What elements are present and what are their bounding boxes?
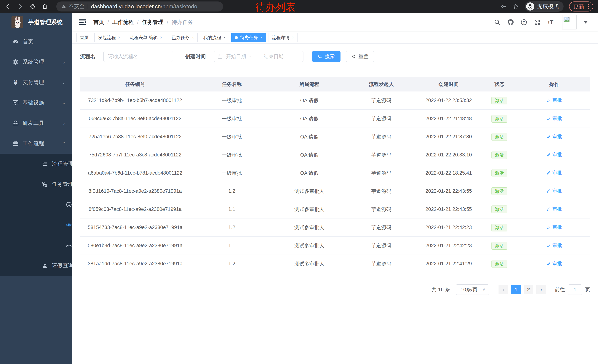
tab-label: 发起流程 <box>98 35 116 40</box>
tab-我的流程[interactable]: 我的流程× <box>200 33 229 42</box>
cell-task-name: 1.1 <box>190 243 274 249</box>
approve-link[interactable]: 审批 <box>547 115 562 122</box>
cell-create-time: 2022-01-22 20:33:10 <box>417 152 480 158</box>
approve-link[interactable]: 审批 <box>547 97 562 104</box>
site-security[interactable]: 不安全 <box>61 3 85 10</box>
page-size-select[interactable]: 10条/页 ∨ <box>456 284 489 295</box>
toolbox-icon <box>12 120 19 126</box>
sidebar-item-请假查询[interactable]: 请假查询 <box>0 256 72 276</box>
page-suffix: 页 <box>585 286 590 293</box>
monitor-icon <box>12 99 19 106</box>
password-key-icon[interactable] <box>500 3 507 10</box>
browser-reload-icon[interactable] <box>29 3 36 10</box>
create-time-label: 创建时间 <box>185 53 206 60</box>
chevron-down-icon: ∨ <box>482 287 485 292</box>
sidebar-collapse-icon[interactable] <box>79 19 86 25</box>
tab-待办任务[interactable]: 待办任务× <box>231 33 266 42</box>
help-icon[interactable]: ? <box>520 18 528 26</box>
goto-page-input[interactable] <box>568 284 582 295</box>
org-tree-icon <box>41 181 49 187</box>
tab-label: 已办任务 <box>172 35 190 40</box>
breadcrumb-item-首页[interactable]: 首页 <box>93 18 104 26</box>
sidebar-item-工作流程[interactable]: 工作流程⌃ <box>0 133 72 154</box>
font-size-icon[interactable]: TT <box>547 18 554 26</box>
sidebar-item-已办任务[interactable]: 已办任务 <box>0 235 72 256</box>
update-button[interactable]: 更新 <box>569 1 593 11</box>
broken-image-icon <box>563 16 571 24</box>
approve-link[interactable]: 审批 <box>547 188 562 194</box>
table-row: 580e1b3d-7ac8-11ec-a9e2-a2380e71991a1.1测… <box>80 237 590 255</box>
browser-menu-icon[interactable] <box>588 4 589 9</box>
avatar-caret-icon[interactable] <box>583 21 588 24</box>
approve-link[interactable]: 审批 <box>547 242 562 249</box>
next-page-button[interactable]: › <box>536 285 546 294</box>
breadcrumb-item-任务管理[interactable]: 任务管理 <box>142 18 163 26</box>
tab-label: 流程表单-编辑 <box>130 35 158 40</box>
browser-back-icon[interactable] <box>5 3 11 10</box>
approve-link[interactable]: 审批 <box>547 133 562 140</box>
table-row: a6aba0a4-7b6d-11ec-b781-acde48001122一级审批… <box>80 164 590 182</box>
cell-task-id: 069c6a63-7b8a-11ec-8ef0-acde48001122 <box>80 116 190 121</box>
breadcrumb-item-工作流程[interactable]: 工作流程 <box>112 18 134 26</box>
approve-link[interactable]: 审批 <box>547 206 562 212</box>
sidebar-menu: 首页系统管理⌄¥支付管理⌄基础设施⌄研发工具⌄工作流程⌃流程管理⌄任务管理⌃我的… <box>0 32 72 276</box>
table-row: 8f059c03-7ac8-11ec-a9e2-a2380e71991a1.1测… <box>80 200 590 218</box>
browser-home-icon[interactable] <box>42 3 48 10</box>
github-icon[interactable] <box>507 18 514 26</box>
sidebar-item-待办任务[interactable]: 待办任务 <box>0 215 72 235</box>
sidebar-item-首页[interactable]: 首页 <box>0 32 72 52</box>
sidebar-item-任务管理[interactable]: 任务管理⌃ <box>0 174 72 194</box>
cell-action: 审批 <box>519 224 590 231</box>
cell-task-id: 8f0d1619-7ac8-11ec-a9e2-a2380e71991a <box>80 188 190 194</box>
bookmark-star-icon[interactable] <box>512 3 519 10</box>
address-bar[interactable]: 不安全 dashboard.yudao.iocoder.cn/bpm/task/… <box>56 1 223 11</box>
process-name-input[interactable]: 请输入流程名 <box>103 51 173 62</box>
cell-process: 测试多审批人 <box>274 260 345 267</box>
tab-close-icon[interactable]: × <box>224 35 226 40</box>
cell-task-id: 725a1eb6-7b88-11ec-8ef0-acde48001122 <box>80 134 190 140</box>
url-text[interactable]: dashboard.yudao.iocoder.cn/bpm/task/todo <box>91 3 197 10</box>
browser-forward-icon[interactable] <box>17 3 24 10</box>
page-button-2[interactable]: 2 <box>524 285 533 294</box>
filter-form: 流程名 请输入流程名 创建时间 开始日期 - 结束日期 搜索 重置 <box>80 51 590 62</box>
eye-icon <box>65 222 73 228</box>
approve-link[interactable]: 审批 <box>547 170 562 176</box>
tab-首页[interactable]: 首页 <box>76 33 92 42</box>
page-button-1[interactable]: 1 <box>511 285 521 294</box>
cell-process: 测试多审批人 <box>274 206 345 213</box>
sidebar-item-基础设施[interactable]: 基础设施⌄ <box>0 93 72 113</box>
cell-task-name: 1.2 <box>190 261 274 267</box>
reset-button[interactable]: 重置 <box>346 51 374 62</box>
sidebar-item-流程管理[interactable]: 流程管理⌄ <box>0 154 72 174</box>
search-button[interactable]: 搜索 <box>312 51 341 62</box>
sidebar-item-系统管理[interactable]: 系统管理⌄ <box>0 52 72 72</box>
approve-link[interactable]: 审批 <box>547 260 562 267</box>
tab-close-icon[interactable]: × <box>160 35 162 40</box>
fullscreen-icon[interactable] <box>533 18 541 26</box>
tab-close-icon[interactable]: × <box>292 35 294 40</box>
approve-link[interactable]: 审批 <box>547 152 562 158</box>
calendar-icon <box>217 54 223 59</box>
cell-task-name: 一级审批 <box>190 152 274 158</box>
tab-close-icon[interactable]: × <box>260 35 263 40</box>
tab-流程表单-编辑[interactable]: 流程表单-编辑× <box>126 33 166 42</box>
sidebar-item-研发工具[interactable]: 研发工具⌄ <box>0 113 72 133</box>
tab-发起流程[interactable]: 发起流程× <box>94 33 124 42</box>
sidebar-item-我的流程[interactable]: 我的流程 <box>0 194 72 215</box>
logo-row[interactable]: 芋道管理系统 <box>0 13 72 32</box>
tab-close-icon[interactable]: × <box>118 35 120 40</box>
sidebar-item-label: 任务管理 <box>52 180 73 188</box>
cell-initiator: 芋道源码 <box>345 242 417 249</box>
sidebar-item-支付管理[interactable]: ¥支付管理⌄ <box>0 72 72 93</box>
tab-已办任务[interactable]: 已办任务× <box>168 33 198 42</box>
user-avatar[interactable] <box>562 15 576 29</box>
tab-close-icon[interactable]: × <box>192 35 194 40</box>
tab-流程详情[interactable]: 流程详情× <box>268 33 298 42</box>
approve-link[interactable]: 审批 <box>547 224 562 231</box>
prev-page-button[interactable]: ‹ <box>498 285 508 294</box>
cell-task-id: 381aa1dd-7ac8-11ec-a9e2-a2380e71991a <box>80 261 190 267</box>
search-icon[interactable] <box>493 18 501 26</box>
date-range-input[interactable]: 开始日期 - 结束日期 <box>214 51 303 62</box>
tab-bar: 首页发起流程×流程表单-编辑×已办任务×我的流程×待办任务×流程详情× <box>72 32 598 44</box>
gear-icon <box>12 59 19 65</box>
